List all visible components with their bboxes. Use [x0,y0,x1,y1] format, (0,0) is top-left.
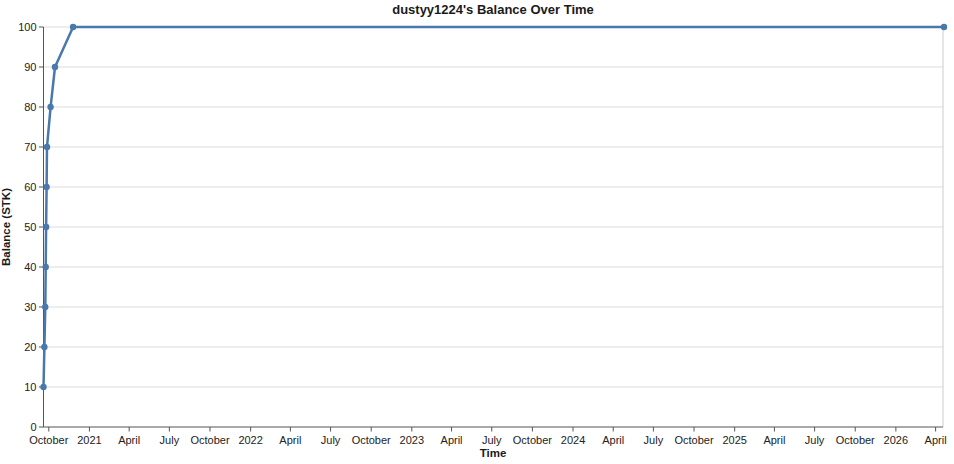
y-tick-label: 0 [30,421,36,433]
x-tick-label: October [674,434,713,446]
tick-label-layer: 0102030405060708090100October2021AprilJu… [18,21,946,446]
x-tick-label: October [190,434,229,446]
y-tick-label: 100 [18,21,36,33]
data-point[interactable] [41,344,47,350]
x-tick-label: 2023 [400,434,424,446]
x-tick-label: October [29,434,68,446]
x-tick-label: 2026 [884,434,908,446]
data-point[interactable] [43,264,49,270]
x-tick-label: October [352,434,391,446]
x-axis-label: Time [480,447,507,459]
data-point[interactable] [40,384,46,390]
x-tick-label: April [602,434,624,446]
balance-series-line [44,27,945,387]
x-tick-label: October [836,434,875,446]
x-tick-label: April [279,434,301,446]
x-tick-label: July [160,434,180,446]
x-tick-label: October [513,434,552,446]
x-tick-label: July [805,434,825,446]
data-point[interactable] [43,184,49,190]
y-tick-label: 70 [24,141,36,153]
data-point[interactable] [70,24,76,30]
data-point[interactable] [52,64,58,70]
x-tick-label: July [482,434,502,446]
chart-title: dustyy1224's Balance Over Time [392,2,594,17]
y-tick-label: 60 [24,181,36,193]
series-layer [40,24,947,390]
x-tick-label: 2024 [561,434,585,446]
data-point[interactable] [44,144,50,150]
data-point[interactable] [941,24,947,30]
x-tick-label: April [118,434,140,446]
x-tick-label: April [763,434,785,446]
x-tick-label: July [321,434,341,446]
data-point[interactable] [43,224,49,230]
y-tick-label: 20 [24,341,36,353]
y-tick-label: 90 [24,61,36,73]
y-tick-label: 40 [24,261,36,273]
y-tick-label: 10 [24,381,36,393]
gridline-layer [44,27,944,427]
y-tick-label: 30 [24,301,36,313]
x-tick-label: 2025 [722,434,746,446]
axis-layer [39,27,943,432]
balance-chart-panel: 0102030405060708090100October2021AprilJu… [0,0,954,464]
x-tick-label: July [644,434,664,446]
x-tick-label: April [441,434,463,446]
data-point[interactable] [47,104,53,110]
data-point[interactable] [42,304,48,310]
y-tick-label: 80 [24,101,36,113]
y-tick-label: 50 [24,221,36,233]
balance-over-time-chart: 0102030405060708090100October2021AprilJu… [0,0,954,464]
x-tick-label: April [925,434,947,446]
x-tick-label: 2022 [238,434,262,446]
y-axis-label: Balance (STK) [0,188,12,266]
x-tick-label: 2021 [77,434,101,446]
